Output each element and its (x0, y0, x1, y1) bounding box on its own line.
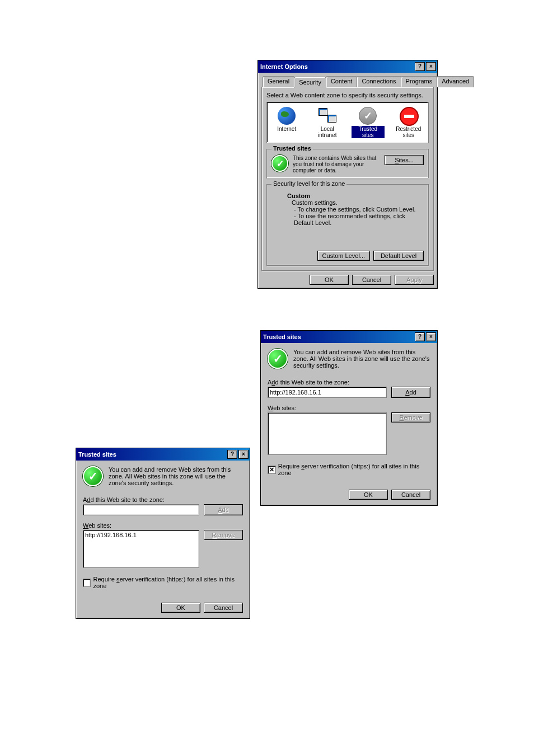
zone-local-intranet[interactable]: Local intranet (310, 106, 345, 139)
add-button[interactable]: Add (391, 387, 430, 398)
globe-icon (278, 107, 296, 125)
level-line: - To change the settings, click Custom L… (294, 206, 419, 213)
tab-advanced[interactable]: Advanced (437, 76, 474, 87)
tab-security[interactable]: Security (294, 77, 326, 88)
web-sites-label: Web sites: (268, 405, 430, 411)
help-icon[interactable]: ? (415, 332, 425, 341)
cancel-button[interactable]: Cancel (352, 275, 391, 285)
titlebar[interactable]: Trusted sites ? × (261, 331, 437, 343)
tab-programs[interactable]: Programs (401, 76, 438, 87)
add-site-label: Add this Web site to the zone: (268, 379, 430, 386)
security-level-box: Security level for this zone Custom Cust… (266, 184, 429, 266)
close-icon[interactable]: × (426, 62, 436, 71)
trusted-sites-dialog-a: Trusted sites ? × ✓ You can add and remo… (260, 330, 438, 506)
require-https-checkbox[interactable]: ✕ Require server verification (https:) f… (268, 463, 430, 476)
dialog-title: Trusted sites (263, 334, 301, 340)
zone-trusted-sites[interactable]: ✓ Trusted sites (350, 106, 386, 139)
level-line: - To use the recommended settings, click… (294, 213, 419, 226)
trusted-sites-dialog-b: Trusted sites ? × ✓ You can add and remo… (76, 448, 250, 619)
ok-button[interactable]: OK (349, 490, 388, 500)
dialog-description: You can add and remove Web sites from th… (293, 349, 430, 369)
sites-button[interactable]: Sites... (385, 155, 424, 165)
add-site-label: Add this Web site to the zone: (83, 496, 243, 503)
titlebar[interactable]: Trusted sites ? × (76, 448, 250, 461)
internet-options-dialog: Internet Options ? × General Security Co… (257, 60, 438, 289)
dialog-description: You can add and remove Web sites from th… (109, 466, 243, 486)
zone-picker[interactable]: Internet Local intranet ✓ Trusted sites … (266, 102, 429, 143)
checkmark-icon: ✓ (83, 466, 103, 486)
remove-button[interactable]: Remove (391, 412, 430, 422)
add-button[interactable]: Add (204, 504, 243, 515)
require-https-checkbox[interactable]: Require server verification (https:) for… (83, 576, 243, 589)
zone-instruction: Select a Web content zone to specify its… (266, 92, 429, 98)
web-sites-list[interactable]: http://192.168.16.1 (83, 530, 199, 568)
ok-button[interactable]: OK (310, 275, 349, 285)
ok-button[interactable]: OK (161, 603, 200, 613)
checkmark-icon: ✓ (268, 349, 288, 369)
titlebar[interactable]: Internet Options ? × (258, 60, 437, 73)
zone-heading: Trusted sites (271, 145, 313, 152)
intranet-icon (318, 107, 336, 125)
checkbox-label: Require server verification (https:) for… (278, 463, 430, 476)
zone-description: This zone contains Web sites that you tr… (293, 155, 380, 173)
zone-detail-box: Trusted sites ✓ This zone contains Web s… (266, 149, 429, 179)
list-item[interactable]: http://192.168.16.1 (85, 532, 197, 538)
close-icon[interactable]: × (238, 450, 249, 459)
security-level-legend: Security level for this zone (271, 180, 346, 187)
add-site-input[interactable] (83, 504, 199, 515)
help-icon[interactable]: ? (415, 62, 425, 71)
level-heading: Custom (287, 192, 419, 199)
checkbox-icon (83, 579, 91, 587)
tab-content[interactable]: Content (326, 76, 358, 87)
web-sites-list[interactable] (268, 412, 387, 455)
trusted-icon: ✓ (359, 107, 377, 125)
web-sites-label: Web sites: (83, 522, 243, 529)
checkbox-icon: ✕ (268, 466, 276, 474)
add-site-input[interactable] (268, 387, 387, 398)
zone-restricted[interactable]: Restricted sites (391, 106, 427, 139)
restricted-icon (400, 107, 419, 126)
tabs: General Security Content Connections Pro… (261, 76, 434, 87)
tab-connections[interactable]: Connections (357, 76, 401, 87)
zone-internet[interactable]: Internet (269, 106, 305, 139)
default-level-button[interactable]: Default Level (373, 251, 424, 261)
custom-level-button[interactable]: Custom Level... (317, 251, 370, 261)
cancel-button[interactable]: Cancel (204, 603, 243, 613)
checkbox-label: Require server verification (https:) for… (93, 576, 243, 589)
level-line: Custom settings. (292, 199, 419, 206)
apply-button[interactable]: Apply (395, 275, 434, 285)
close-icon[interactable]: × (426, 332, 436, 341)
checkmark-icon: ✓ (271, 155, 288, 172)
tab-general[interactable]: General (263, 76, 294, 87)
remove-button[interactable]: Remove (204, 530, 243, 540)
dialog-title: Trusted sites (78, 451, 116, 458)
cancel-button[interactable]: Cancel (391, 490, 430, 500)
help-icon[interactable]: ? (227, 450, 237, 459)
dialog-title: Internet Options (260, 63, 308, 70)
